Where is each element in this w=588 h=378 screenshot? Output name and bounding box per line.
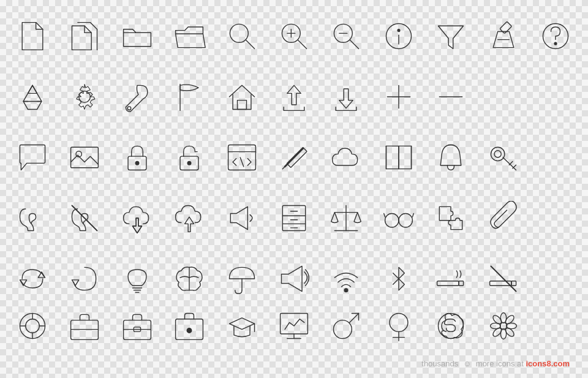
bluetooth-icon	[372, 248, 424, 309]
briefcase-dot-icon	[163, 309, 215, 343]
cigarette-icon	[425, 248, 477, 309]
svg-point-37	[491, 147, 504, 161]
folder-open-icon	[163, 6, 215, 67]
svg-rect-29	[228, 145, 255, 170]
graduation-icon	[216, 309, 268, 343]
icons-grid	[0, 0, 588, 349]
key-icon	[477, 127, 529, 188]
flower-icon	[477, 309, 529, 343]
svg-rect-74	[123, 320, 151, 340]
svg-rect-62	[459, 281, 463, 285]
download-icon	[320, 67, 372, 127]
search-icon	[216, 6, 268, 67]
refresh-icon	[6, 248, 58, 309]
svg-line-32	[282, 167, 285, 169]
svg-line-3	[298, 40, 307, 49]
svg-point-52	[399, 213, 412, 227]
upload-icon	[268, 67, 320, 127]
empty-6-11	[530, 309, 582, 343]
briefcase-alt-icon	[111, 309, 163, 343]
svg-line-1	[246, 40, 254, 49]
plus-icon	[372, 67, 424, 127]
scale-icon	[320, 187, 372, 248]
spinner-icon	[58, 248, 110, 309]
lightbulb-icon	[111, 248, 163, 309]
footer: thousands ☺ more icons at icons8.com	[0, 349, 588, 378]
puzzle-icon	[425, 187, 477, 248]
folder-icon	[111, 6, 163, 67]
svg-rect-42	[282, 205, 305, 230]
svg-rect-64	[511, 281, 516, 285]
svg-rect-33	[287, 147, 307, 167]
svg-point-11	[398, 29, 400, 32]
thousands-label: thousands	[421, 359, 458, 368]
lock-open-icon	[163, 127, 215, 188]
question-icon	[530, 6, 582, 67]
svg-line-65	[491, 266, 516, 291]
more-icons-text: more icons at	[476, 359, 524, 368]
lifebuoy-icon	[6, 309, 58, 343]
chat-icon	[6, 127, 58, 188]
bullhorn-icon	[268, 248, 320, 309]
footer-text: thousands ☺ more icons at icons8.com	[421, 359, 570, 368]
svg-rect-80	[281, 313, 308, 334]
svg-point-60	[345, 288, 349, 292]
briefcase-icon	[58, 309, 110, 343]
no-smoking-icon	[477, 248, 529, 309]
filter-icon	[425, 6, 477, 67]
deaf-icon	[58, 187, 110, 248]
svg-line-30	[240, 157, 244, 167]
bell-icon	[425, 127, 477, 188]
svg-point-83	[334, 320, 352, 339]
svg-rect-72	[71, 320, 99, 340]
empty-2-11	[530, 67, 582, 127]
file-copy-icon	[58, 6, 110, 67]
empty-4-11	[530, 187, 582, 248]
megaphone-icon	[216, 187, 268, 248]
paperclip-icon	[477, 187, 529, 248]
cloud-download-icon	[163, 187, 215, 248]
svg-line-84	[350, 313, 359, 322]
smiley: ☺	[463, 359, 471, 368]
book-icon	[372, 127, 424, 188]
svg-point-51	[385, 213, 398, 227]
recycle-icon	[6, 67, 58, 127]
male-icon	[320, 309, 372, 343]
svg-rect-61	[437, 281, 459, 285]
female-icon	[372, 309, 424, 343]
svg-line-41	[72, 205, 97, 230]
cloud-upload-icon	[111, 187, 163, 248]
code-icon	[216, 127, 268, 188]
svg-line-7	[350, 40, 359, 49]
wifi-icon	[320, 248, 372, 309]
svg-point-38	[494, 151, 501, 157]
svg-rect-19	[237, 100, 246, 110]
flashlight-icon	[477, 6, 529, 67]
empty-1-11	[477, 67, 529, 127]
zoom-out-icon	[320, 6, 372, 67]
settings-icon	[58, 67, 110, 127]
svg-point-87	[390, 313, 408, 331]
svg-point-78	[187, 328, 191, 333]
cabinet-icon	[268, 187, 320, 248]
zoom-in-icon	[268, 6, 320, 67]
svg-point-17	[127, 107, 131, 110]
info-icon	[372, 6, 424, 67]
svg-point-28	[187, 162, 191, 165]
umbrella-icon	[216, 248, 268, 309]
home-icon	[216, 67, 268, 127]
skype-icon	[425, 309, 477, 343]
empty-3-11	[530, 127, 582, 188]
cloud-icon	[320, 127, 372, 188]
chart-icon	[268, 309, 320, 343]
svg-line-39	[509, 162, 513, 165]
svg-point-15	[554, 43, 557, 45]
svg-point-26	[135, 162, 139, 165]
wrench-icon	[111, 67, 163, 127]
minus-icon	[425, 67, 477, 127]
edit-ruler-icon	[268, 127, 320, 188]
svg-point-67	[26, 319, 39, 333]
icons8-link[interactable]: icons8.com	[526, 359, 570, 368]
flag-icon	[163, 67, 215, 127]
image-icon	[58, 127, 110, 188]
